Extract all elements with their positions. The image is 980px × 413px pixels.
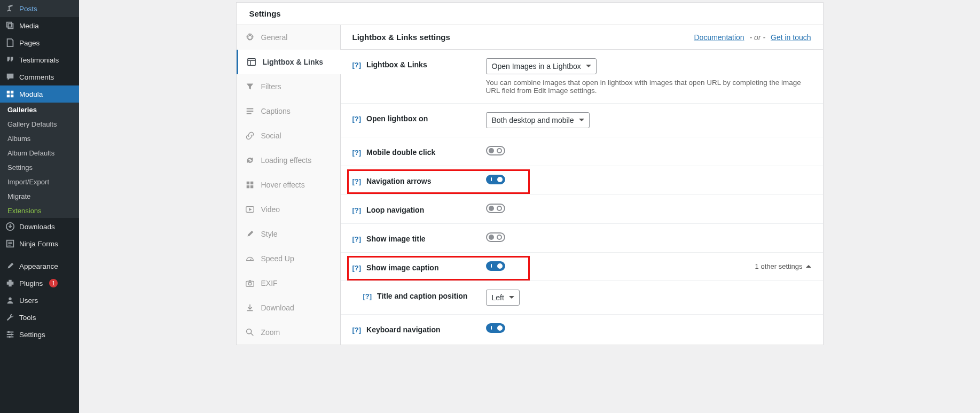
submenu-extensions[interactable]: Extensions xyxy=(0,204,79,218)
list-icon xyxy=(245,106,255,116)
sidebar-item-ninja-forms[interactable]: Ninja Forms xyxy=(0,235,79,252)
sidebar-item-modula[interactable]: Modula xyxy=(0,85,79,103)
tab-label: Download xyxy=(261,303,294,312)
tab-download[interactable]: Download xyxy=(237,295,340,320)
admin-sidebar: Posts Media Pages Testimonials Comments … xyxy=(0,0,79,413)
sidebar-item-settings[interactable]: Settings xyxy=(0,326,79,343)
submenu-migrate[interactable]: Migrate xyxy=(0,189,79,204)
keyboard-navigation-toggle[interactable] xyxy=(486,323,505,333)
tab-style[interactable]: Style xyxy=(237,222,340,246)
field-keyboard-navigation: [?] Keyboard navigation xyxy=(341,315,823,343)
tab-label: Captions xyxy=(261,107,291,115)
sidebar-item-media[interactable]: Media xyxy=(0,17,79,34)
help-icon[interactable]: [?] xyxy=(352,61,362,69)
tab-general[interactable]: General xyxy=(237,25,340,50)
show-image-title-toggle[interactable] xyxy=(486,232,505,242)
lightbox-links-select[interactable]: Open Images in a Lightbox xyxy=(486,58,597,74)
sidebar-item-plugins[interactable]: Plugins 1 xyxy=(0,275,79,292)
sidebar-item-label: Tools xyxy=(19,314,36,322)
page-icon xyxy=(5,38,15,48)
sidebar-item-label: Media xyxy=(19,22,39,30)
panel-title: Settings xyxy=(237,3,823,25)
svg-rect-9 xyxy=(246,185,249,188)
tab-label: Speed Up xyxy=(261,254,294,263)
tab-lightbox-links[interactable]: Lightbox & Links xyxy=(237,50,340,74)
field-show-image-title: [?] Show image title xyxy=(341,224,823,253)
sidebar-item-pages[interactable]: Pages xyxy=(0,34,79,51)
link-icon xyxy=(245,131,255,141)
tab-label: Lightbox & Links xyxy=(263,58,324,66)
sidebar-item-posts[interactable]: Posts xyxy=(0,0,79,17)
sidebar-item-testimonials[interactable]: Testimonials xyxy=(0,51,79,68)
tab-label: Style xyxy=(261,230,278,238)
help-icon[interactable]: [?] xyxy=(352,115,362,123)
show-image-caption-toggle[interactable] xyxy=(486,261,505,271)
sidebar-item-downloads[interactable]: Downloads xyxy=(0,218,79,235)
help-icon[interactable]: [?] xyxy=(352,177,362,185)
plugin-update-badge: 1 xyxy=(49,279,58,287)
field-show-image-caption: [?] Show image caption 1 other settings xyxy=(341,253,823,281)
field-title-caption-position: [?] Title and caption position Left xyxy=(341,281,823,315)
svg-point-4 xyxy=(11,333,13,336)
field-label: Mobile double click xyxy=(366,148,435,157)
svg-rect-10 xyxy=(250,185,253,188)
submenu-settings[interactable]: Settings xyxy=(0,160,79,175)
content-header-links: Documentation - or - Get in touch xyxy=(694,33,811,42)
field-navigation-arrows: [?] Navigation arrows xyxy=(341,166,823,195)
submenu-import-export[interactable]: Import/Export xyxy=(0,175,79,189)
camera-icon xyxy=(245,278,255,288)
play-icon xyxy=(245,205,255,214)
sidebar-submenu: Galleries Gallery Defaults Albums Album … xyxy=(0,103,79,218)
title-position-select[interactable]: Left xyxy=(486,290,520,306)
help-icon[interactable]: [?] xyxy=(352,235,362,243)
other-settings-toggle[interactable]: 1 other settings xyxy=(755,262,811,270)
main-content: Settings General Lightbox & Links Filter… xyxy=(79,0,980,413)
sidebar-item-tools[interactable]: Tools xyxy=(0,309,79,326)
help-icon[interactable]: [?] xyxy=(363,292,372,300)
help-icon[interactable]: [?] xyxy=(352,326,362,334)
refresh-icon xyxy=(245,155,255,165)
download-icon xyxy=(5,222,15,231)
submenu-albums[interactable]: Albums xyxy=(0,131,79,146)
sidebar-item-comments[interactable]: Comments xyxy=(0,68,79,85)
tab-label: General xyxy=(261,33,288,42)
submenu-galleries[interactable]: Galleries xyxy=(0,103,79,117)
help-icon[interactable]: [?] xyxy=(352,264,362,272)
tab-label: Zoom xyxy=(261,328,280,337)
svg-point-3 xyxy=(8,331,10,333)
navigation-arrows-toggle[interactable] xyxy=(486,175,505,184)
mobile-double-click-toggle[interactable] xyxy=(486,146,505,155)
tab-video[interactable]: Video xyxy=(237,197,340,222)
help-icon[interactable]: [?] xyxy=(352,149,362,157)
tab-captions[interactable]: Captions xyxy=(237,99,340,123)
svg-rect-8 xyxy=(250,182,253,184)
select-value: Both desktop and mobile xyxy=(486,112,590,128)
help-icon[interactable]: [?] xyxy=(352,206,362,214)
tab-label: Hover effects xyxy=(261,181,305,189)
tab-filters[interactable]: Filters xyxy=(237,74,340,99)
tab-speed-up[interactable]: Speed Up xyxy=(237,246,340,271)
tab-zoom[interactable]: Zoom xyxy=(237,320,340,345)
get-in-touch-link[interactable]: Get in touch xyxy=(771,33,811,42)
form-icon xyxy=(5,239,15,248)
sidebar-item-appearance[interactable]: Appearance xyxy=(0,258,79,275)
sidebar-item-users[interactable]: Users xyxy=(0,292,79,309)
sidebar-item-label: Comments xyxy=(19,73,54,81)
tab-social[interactable]: Social xyxy=(237,123,340,148)
loop-navigation-toggle[interactable] xyxy=(486,204,505,213)
submenu-gallery-defaults[interactable]: Gallery Defaults xyxy=(0,117,79,131)
layout-icon xyxy=(247,57,256,67)
tab-label: Filters xyxy=(261,82,281,91)
grid-icon xyxy=(245,180,255,190)
field-label: Lightbox & Links xyxy=(366,60,427,69)
documentation-link[interactable]: Documentation xyxy=(694,33,744,42)
submenu-album-defaults[interactable]: Album Defaults xyxy=(0,146,79,160)
open-on-select[interactable]: Both desktop and mobile xyxy=(486,112,590,128)
tab-hover-effects[interactable]: Hover effects xyxy=(237,173,340,197)
tab-loading-effects[interactable]: Loading effects xyxy=(237,148,340,173)
field-label: Navigation arrows xyxy=(366,177,431,185)
content-header: Lightbox & Links settings Documentation … xyxy=(341,25,823,50)
settings-content: Lightbox & Links settings Documentation … xyxy=(341,25,823,345)
tab-exif[interactable]: EXIF xyxy=(237,271,340,295)
brush-icon xyxy=(245,229,255,239)
